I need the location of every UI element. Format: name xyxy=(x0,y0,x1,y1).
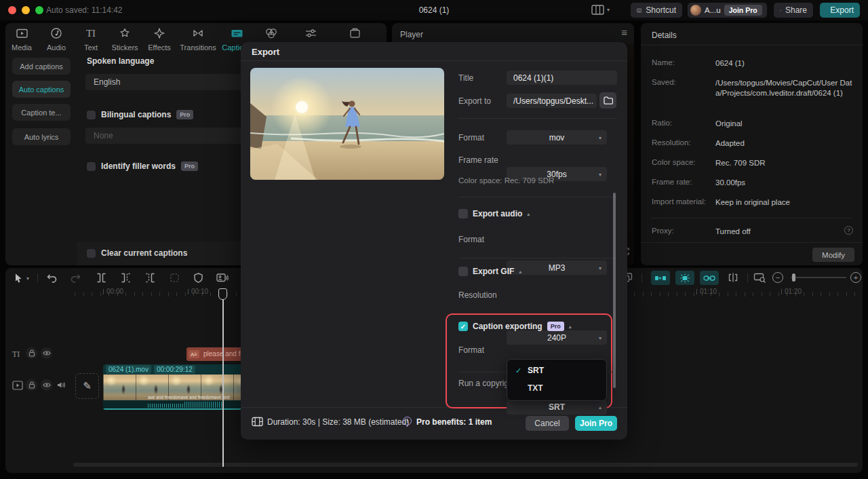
effects-icon xyxy=(153,27,165,39)
caption-clip[interactable]: A≡ please and fre xyxy=(186,347,246,361)
edit-draft-button[interactable]: ✎ xyxy=(75,373,99,399)
zoom-out-button[interactable]: − xyxy=(772,272,783,283)
tab-media[interactable]: Media xyxy=(3,26,41,53)
mask-icon[interactable] xyxy=(193,272,204,284)
sidebar-item-auto-lyrics[interactable]: Auto lyrics xyxy=(12,128,71,145)
video-track-mute-button[interactable] xyxy=(56,379,67,391)
tab-text[interactable]: TI Text xyxy=(72,26,110,53)
audio-icon xyxy=(50,27,62,39)
dropdown-option-txt[interactable]: TXT xyxy=(507,379,606,397)
smart-tools-icon[interactable] xyxy=(216,272,229,284)
spoken-language-value: English xyxy=(94,77,120,87)
sidebar-item-caption-templates[interactable]: Caption te... xyxy=(12,104,71,121)
clear-captions-checkbox[interactable] xyxy=(87,249,96,258)
toolbar-divider xyxy=(747,273,748,283)
dialog-scrollbar[interactable] xyxy=(613,193,616,388)
redo-icon[interactable] xyxy=(71,272,83,284)
format-select[interactable]: mov▾ xyxy=(507,130,607,145)
tab-stickers[interactable]: Stickers xyxy=(106,26,144,53)
waveform xyxy=(184,402,225,408)
captions-icon xyxy=(231,27,243,39)
video-track-visibility-button[interactable] xyxy=(41,379,52,391)
sidebar-item-add-captions[interactable]: Add captions xyxy=(12,58,71,75)
modify-button[interactable]: Modify xyxy=(812,248,854,262)
export-gif-row: Export GIF ▴ xyxy=(458,267,521,276)
video-clip[interactable]: 0624 (1).mov 00:00:29:12 ave and freedom… xyxy=(103,364,247,410)
tab-audio[interactable]: Audio xyxy=(37,26,75,53)
undo-icon[interactable] xyxy=(45,272,57,284)
select-tool-icon[interactable] xyxy=(12,272,24,284)
ruler-label: 00:10 xyxy=(188,288,208,295)
export-audio-row: Export audio ▴ xyxy=(458,209,530,218)
split-left-icon[interactable] xyxy=(120,272,132,284)
auto-cut-button[interactable] xyxy=(675,271,694,285)
share-button[interactable]: Share xyxy=(774,3,813,18)
timeline-hscrollbar[interactable] xyxy=(73,463,858,467)
zoom-slider-handle[interactable] xyxy=(792,273,795,282)
dropdown-option-srt[interactable]: ✓ SRT xyxy=(507,362,606,379)
link-clips-button[interactable] xyxy=(700,271,719,285)
ripple-edit-icon[interactable] xyxy=(727,272,739,283)
snap-backward-button[interactable] xyxy=(651,271,670,285)
layout-icon xyxy=(591,5,604,15)
tab-transitions[interactable]: Transitions xyxy=(177,26,219,53)
layout-switcher-button[interactable]: ▾ xyxy=(591,5,610,15)
export-button[interactable]: Export xyxy=(820,3,860,18)
zoom-in-button[interactable]: + xyxy=(850,272,861,283)
join-pro-button[interactable]: Join Pro xyxy=(575,416,617,431)
zoom-slider-track[interactable] xyxy=(791,277,846,278)
preview-axis-icon[interactable] xyxy=(753,272,767,284)
cancel-button[interactable]: Cancel xyxy=(526,416,569,431)
toolbar-divider xyxy=(642,273,642,283)
collapse-icon[interactable]: ▴ xyxy=(519,269,521,275)
close-window-button[interactable] xyxy=(8,6,16,14)
zoom-window-button[interactable] xyxy=(35,6,43,14)
text-track-visibility-button[interactable] xyxy=(41,347,52,359)
detail-label: Ratio: xyxy=(652,119,672,127)
collapse-icon[interactable]: ▴ xyxy=(569,324,572,330)
split-icon[interactable] xyxy=(96,272,107,284)
duration-size-text: Duration: 30s | Size: 38 MB (estimated) xyxy=(267,417,409,427)
tab-label: Effects xyxy=(148,43,170,52)
detail-value: Original xyxy=(715,119,852,129)
shortcut-button[interactable]: Shortcut xyxy=(631,3,682,18)
minimize-window-button[interactable] xyxy=(22,6,30,14)
detail-label: Color space: xyxy=(652,158,696,166)
filler-words-checkbox[interactable] xyxy=(87,162,96,171)
gif-resolution-value: 240P xyxy=(547,333,566,343)
gif-resolution-select[interactable]: 240P▾ xyxy=(507,330,607,345)
tab-label: Transitions xyxy=(180,43,216,52)
account-button[interactable]: A...u Join Pro xyxy=(688,3,767,18)
snap-backward-icon xyxy=(654,274,667,282)
bilingual-captions-checkbox[interactable] xyxy=(87,111,96,119)
text-track-lock-button[interactable] xyxy=(26,347,37,359)
caption-exporting-checkbox[interactable]: ✓ xyxy=(458,322,468,331)
video-track-lock-button[interactable] xyxy=(26,379,37,391)
playhead-line[interactable] xyxy=(222,299,224,467)
split-right-icon[interactable] xyxy=(144,272,156,284)
chevron-down-icon: ▾ xyxy=(599,171,601,177)
sidebar-item-auto-captions[interactable]: Auto captions xyxy=(12,81,71,98)
proxy-help-icon[interactable]: ? xyxy=(844,226,853,235)
tab-effects[interactable]: Effects xyxy=(140,26,178,53)
check-icon: ✓ xyxy=(460,323,466,330)
export-audio-checkbox[interactable] xyxy=(458,209,468,218)
select-tool-chevron[interactable]: ▾ xyxy=(26,275,29,282)
auto-cut-icon xyxy=(679,273,691,283)
playhead-handle[interactable] xyxy=(218,288,227,300)
detail-label: Proxy: xyxy=(652,227,674,235)
bilingual-captions-row: Bilingual captions Pro xyxy=(87,110,193,119)
browse-folder-button[interactable] xyxy=(599,92,616,109)
collapse-icon[interactable]: ▴ xyxy=(527,211,530,217)
join-pro-badge[interactable]: Join Pro xyxy=(724,5,762,16)
transitions-icon xyxy=(192,27,204,39)
export-gif-checkbox[interactable] xyxy=(458,267,468,276)
export-to-input[interactable]: /Users/topgus/Deskt... xyxy=(507,94,597,108)
player-menu-button[interactable]: ≡ xyxy=(621,26,627,38)
title-input[interactable]: 0624 (1)(1) xyxy=(507,71,617,85)
tab-label: Text xyxy=(84,43,98,52)
sidebar-item-label: Add captions xyxy=(20,62,63,71)
delete-icon[interactable] xyxy=(169,272,180,284)
chevron-down-icon: ▾ xyxy=(599,265,601,271)
caption-format-select[interactable]: SRT▴ xyxy=(507,400,607,415)
